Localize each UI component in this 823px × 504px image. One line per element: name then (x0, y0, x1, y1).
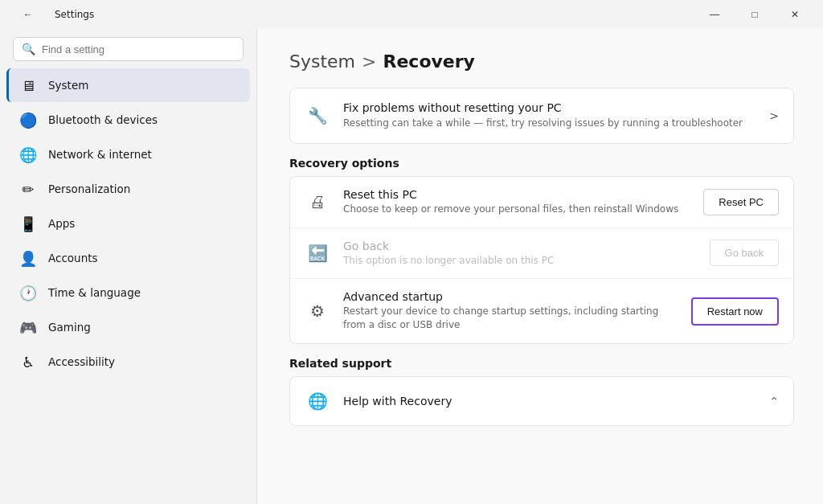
reset-text: Reset this PC Choose to keep or remove y… (343, 188, 690, 216)
help-title: Help with Recovery (343, 395, 756, 408)
sidebar-item-accessibility[interactable]: ♿ Accessibility (6, 345, 250, 379)
support-row-help[interactable]: 🌐 Help with Recovery ⌃ (290, 377, 793, 425)
sidebar-item-apps[interactable]: 📱 Apps (6, 207, 250, 240)
advanced-desc: Restart your device to change startup se… (343, 305, 678, 332)
minimize-button[interactable]: — (696, 2, 733, 27)
fix-problems-row[interactable]: 🔧 Fix problems without resetting your PC… (290, 88, 793, 143)
related-support-card: 🌐 Help with Recovery ⌃ (289, 376, 794, 426)
bluetooth-icon: 🔵 (19, 111, 37, 129)
breadcrumb: System > Recovery (289, 51, 794, 72)
app-body: 🔍 🖥 System 🔵 Bluetooth & devices 🌐 Netwo… (0, 29, 823, 504)
sidebar-label-apps: Apps (48, 217, 75, 230)
advanced-text: Advanced startup Restart your device to … (343, 290, 678, 332)
breadcrumb-separator: > (362, 51, 376, 72)
close-button[interactable]: ✕ (776, 2, 813, 27)
sidebar-label-network: Network & internet (48, 148, 152, 161)
app-title: Settings (55, 9, 94, 20)
sidebar-label-time: Time & language (48, 286, 141, 299)
recovery-options-heading: Recovery options (289, 157, 794, 170)
time-icon: 🕐 (19, 284, 37, 301)
sidebar-label-accessibility: Accessibility (48, 355, 115, 368)
main-content: System > Recovery 🔧 Fix problems without… (257, 29, 823, 504)
accounts-icon: 👤 (19, 249, 37, 267)
help-icon: 🌐 (305, 388, 330, 414)
sidebar-label-personalization: Personalization (48, 182, 130, 195)
sidebar-item-gaming[interactable]: 🎮 Gaming (6, 310, 250, 344)
sidebar-item-time[interactable]: 🕐 Time & language (6, 276, 250, 309)
sidebar-item-personalization[interactable]: ✏️ Personalization (6, 172, 250, 206)
advanced-button[interactable]: Restart now (691, 297, 779, 326)
goback-title: Go back (343, 240, 697, 252)
advanced-title: Advanced startup (343, 290, 678, 303)
goback-button: Go back (710, 240, 779, 266)
reset-icon: 🖨 (305, 189, 330, 215)
breadcrumb-parent: System (289, 51, 355, 72)
sidebar-label-gaming: Gaming (48, 321, 91, 334)
sidebar-label-bluetooth: Bluetooth & devices (48, 113, 158, 126)
sidebar-item-bluetooth[interactable]: 🔵 Bluetooth & devices (6, 103, 250, 137)
reset-desc: Choose to keep or remove your personal f… (343, 203, 690, 216)
apps-icon: 📱 (19, 215, 37, 232)
sidebar-nav: 🖥 System 🔵 Bluetooth & devices 🌐 Network… (0, 68, 256, 379)
sidebar-item-system[interactable]: 🖥 System (6, 68, 250, 102)
network-icon: 🌐 (19, 145, 37, 163)
personalization-icon: ✏️ (19, 180, 37, 198)
accessibility-icon: ♿ (19, 353, 37, 371)
fix-title: Fix problems without resetting your PC (343, 101, 756, 114)
option-row-reset: 🖨 Reset this PC Choose to keep or remove… (290, 177, 793, 228)
breadcrumb-current: Recovery (383, 51, 474, 72)
titlebar: ← Settings — □ ✕ (0, 0, 823, 29)
goback-text: Go back This option is no longer availab… (343, 240, 697, 268)
search-box[interactable]: 🔍 (13, 37, 244, 61)
sidebar-item-accounts[interactable]: 👤 Accounts (6, 241, 250, 275)
sidebar-item-network[interactable]: 🌐 Network & internet (6, 137, 250, 171)
search-input[interactable] (42, 43, 235, 55)
sidebar-label-accounts: Accounts (48, 252, 98, 264)
search-icon: 🔍 (22, 43, 35, 55)
titlebar-left: ← Settings (10, 2, 94, 27)
system-icon: 🖥 (19, 76, 37, 94)
window-controls: — □ ✕ (696, 2, 813, 27)
recovery-options-card: 🖨 Reset this PC Choose to keep or remove… (289, 176, 794, 344)
option-row-advanced: ⚙ Advanced startup Restart your device t… (290, 279, 793, 343)
fix-text: Fix problems without resetting your PC R… (343, 101, 756, 130)
sidebar-label-system: System (48, 79, 88, 92)
back-button[interactable]: ← (10, 2, 47, 27)
fix-chevron: > (769, 109, 779, 122)
related-support-heading: Related support (289, 357, 794, 370)
option-row-goback: 🔙 Go back This option is no longer avail… (290, 228, 793, 280)
chevron-up-icon: ⌃ (769, 395, 779, 408)
fix-icon: 🔧 (305, 103, 330, 129)
reset-title: Reset this PC (343, 188, 690, 201)
reset-button[interactable]: Reset PC (703, 189, 779, 215)
sidebar: 🔍 🖥 System 🔵 Bluetooth & devices 🌐 Netwo… (0, 29, 257, 504)
maximize-button[interactable]: □ (736, 2, 773, 27)
fix-problems-card[interactable]: 🔧 Fix problems without resetting your PC… (289, 88, 794, 144)
advanced-icon: ⚙ (305, 298, 330, 324)
goback-icon: 🔙 (305, 240, 330, 266)
fix-desc: Resetting can take a while — first, try … (343, 117, 756, 130)
goback-desc: This option is no longer available on th… (343, 254, 697, 268)
gaming-icon: 🎮 (19, 318, 37, 336)
